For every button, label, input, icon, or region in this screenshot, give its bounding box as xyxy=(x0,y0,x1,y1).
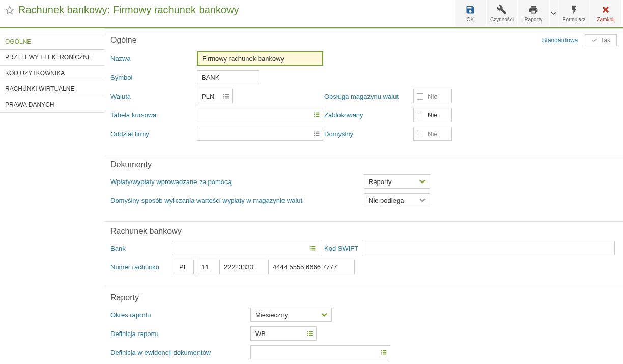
warehouse-checkbox[interactable]: Nie xyxy=(413,89,452,103)
checkbox-icon xyxy=(417,93,423,100)
svg-rect-23 xyxy=(310,250,311,251)
rate-table-input[interactable] xyxy=(197,108,323,122)
svg-rect-22 xyxy=(312,248,315,249)
list-picker-icon[interactable] xyxy=(380,349,387,356)
checkbox-icon xyxy=(417,112,423,118)
svg-rect-11 xyxy=(314,116,315,117)
tab-general[interactable]: OGÓLNE xyxy=(0,34,104,50)
section-title-account: Rachunek bankowy xyxy=(110,227,617,236)
label-docdef: Definicja w ewidencji dokumentów xyxy=(110,349,250,356)
default-checkbox[interactable]: Nie xyxy=(413,127,452,141)
svg-marker-0 xyxy=(6,6,14,13)
label-bank: Bank xyxy=(110,245,172,252)
svg-rect-1 xyxy=(223,94,224,95)
main: OGÓLNE PRZELEWY ELEKTRONICZNE KOD UŻYTKO… xyxy=(0,28,623,364)
name-input[interactable] xyxy=(197,51,323,66)
close-icon xyxy=(601,5,611,15)
section-title-documents: Dokumenty xyxy=(110,160,617,169)
label-name: Nazwa xyxy=(110,55,197,63)
svg-rect-5 xyxy=(223,98,224,99)
bank-input[interactable] xyxy=(172,241,319,255)
check-icon xyxy=(591,37,598,43)
entry-method-dropdown[interactable]: Raporty xyxy=(364,174,430,189)
svg-rect-6 xyxy=(225,98,229,99)
svg-rect-29 xyxy=(307,335,308,336)
svg-rect-27 xyxy=(307,333,308,334)
chevron-down-icon xyxy=(321,312,327,318)
list-picker-icon[interactable] xyxy=(313,130,320,137)
list-picker-icon[interactable] xyxy=(313,111,320,118)
section-account: Rachunek bankowy Bank Kod SWIFT Numer ra… xyxy=(104,221,623,286)
label-rate-table: Tabela kursowa xyxy=(110,111,197,119)
svg-rect-3 xyxy=(223,96,224,97)
section-title-reports: Raporty xyxy=(110,293,617,302)
list-picker-icon[interactable] xyxy=(222,93,230,100)
svg-rect-21 xyxy=(310,248,311,249)
svg-rect-35 xyxy=(381,354,382,355)
reports-dropdown-caret[interactable] xyxy=(550,0,558,26)
label-account-number: Numer rachunku xyxy=(110,263,172,271)
branch-input[interactable] xyxy=(197,127,323,141)
label-report-def: Definicja raportu xyxy=(110,330,250,338)
account-part2-input[interactable] xyxy=(268,260,355,274)
list-picker-icon[interactable] xyxy=(306,330,314,337)
account-country-input[interactable] xyxy=(175,260,194,274)
svg-rect-18 xyxy=(316,135,319,136)
blocked-checkbox[interactable]: Nie xyxy=(413,108,452,122)
caret-down-icon xyxy=(551,11,556,16)
chevron-down-icon xyxy=(419,178,426,185)
label-warehouse: Obsługa magazynu walut xyxy=(324,93,413,100)
section-toggle[interactable]: Tak xyxy=(585,34,617,46)
svg-rect-33 xyxy=(381,352,382,353)
tab-virtual[interactable]: RACHUNKI WIRTUALNE xyxy=(0,81,104,97)
calc-method-dropdown[interactable]: Nie podlega xyxy=(364,193,430,207)
swift-input[interactable] xyxy=(365,241,615,255)
chevron-down-icon xyxy=(419,197,426,203)
svg-rect-17 xyxy=(314,135,315,136)
title-area: Rachunek bankowy: Firmowy rachunek banko… xyxy=(0,0,455,20)
svg-rect-15 xyxy=(314,133,315,134)
svg-rect-13 xyxy=(314,132,315,133)
form-button[interactable]: Formularz xyxy=(559,0,589,26)
svg-rect-12 xyxy=(316,116,319,117)
tab-transfers[interactable]: PRZELEWY ELEKTRONICZNE xyxy=(0,50,104,66)
header: Rachunek bankowy: Firmowy rachunek banko… xyxy=(0,0,623,28)
period-dropdown[interactable]: Miesieczny xyxy=(250,308,332,322)
account-part1-input[interactable] xyxy=(219,260,265,274)
list-picker-icon[interactable] xyxy=(309,245,316,252)
svg-rect-10 xyxy=(316,114,319,115)
lightning-icon xyxy=(569,5,579,15)
account-check-input[interactable] xyxy=(197,260,216,274)
docdef-input[interactable] xyxy=(250,345,390,359)
view-badge[interactable]: Standardowa xyxy=(542,37,578,44)
svg-rect-9 xyxy=(314,114,315,115)
toolbar: OK Czynności Raporty Formularz Zamknij xyxy=(455,0,623,26)
label-calc-method: Domyślny sposób wyliczania wartości wypł… xyxy=(110,197,364,204)
label-blocked: Zablokowany xyxy=(324,111,413,119)
svg-rect-34 xyxy=(383,352,386,353)
wrench-icon xyxy=(497,5,507,15)
svg-rect-8 xyxy=(316,113,319,114)
favorite-star-icon[interactable] xyxy=(5,6,14,15)
close-button[interactable]: Zamknij xyxy=(590,0,621,26)
symbol-input[interactable] xyxy=(197,70,259,84)
save-icon xyxy=(465,5,475,15)
label-entry-method: Wpłaty/wypłaty wprowadzane za pomocą xyxy=(110,178,364,186)
ok-button[interactable]: OK xyxy=(455,0,486,26)
svg-rect-20 xyxy=(312,246,315,247)
svg-rect-36 xyxy=(383,354,386,355)
actions-button[interactable]: Czynności xyxy=(487,0,517,26)
tab-rights[interactable]: PRAWA DANYCH xyxy=(0,97,104,113)
tab-usercode[interactable]: KOD UŻYTKOWNIKA xyxy=(0,66,104,81)
label-period: Okres raportu xyxy=(110,311,250,319)
svg-rect-32 xyxy=(383,350,386,351)
printer-icon xyxy=(528,5,539,15)
section-reports: Raporty Okres raportu Miesieczny Definic… xyxy=(104,288,623,364)
reports-button[interactable]: Raporty xyxy=(518,0,549,26)
section-title-general: Ogólne xyxy=(110,36,542,45)
label-swift: Kod SWIFT xyxy=(324,245,365,252)
content: Ogólne Standardowa Tak Nazwa Symbol Walu… xyxy=(104,28,623,364)
svg-rect-7 xyxy=(314,113,315,114)
svg-rect-25 xyxy=(307,331,308,332)
checkbox-icon xyxy=(417,131,423,137)
